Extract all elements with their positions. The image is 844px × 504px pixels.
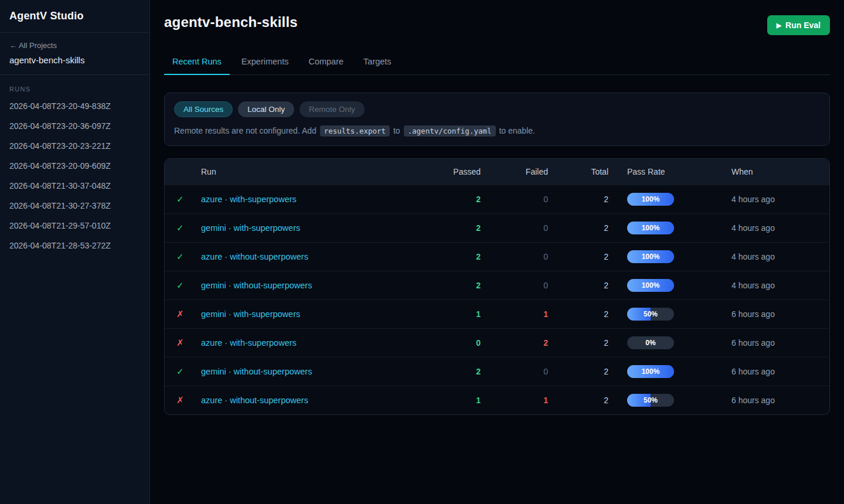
sidebar-header: AgentV Studio bbox=[0, 0, 149, 33]
passed-count: 1 bbox=[404, 309, 481, 319]
page-header: agentv-bench-skills ▶ Run Eval bbox=[164, 14, 830, 35]
run-link[interactable]: gemini · without-superpowers bbox=[201, 367, 312, 376]
failed-count: 0 bbox=[481, 223, 548, 233]
when-cell: 4 hours ago bbox=[731, 223, 829, 233]
when-cell: 4 hours ago bbox=[731, 281, 829, 290]
chip-all-sources[interactable]: All Sources bbox=[174, 101, 233, 117]
note-middle: to bbox=[393, 126, 400, 135]
run-cell: azure · without-superpowers bbox=[201, 395, 404, 406]
total-count: 2 bbox=[548, 195, 608, 204]
source-filters-card: All Sources Local Only Remote Only Remot… bbox=[164, 93, 830, 146]
run-cell: gemini · without-superpowers bbox=[201, 280, 404, 291]
run-link[interactable]: azure · with-superpowers bbox=[201, 338, 297, 348]
status-cell: ✓ bbox=[165, 280, 201, 291]
table-row: ✓ gemini · without-superpowers 2 0 2 100… bbox=[165, 357, 829, 386]
when-cell: 6 hours ago bbox=[731, 309, 829, 319]
run-cell: azure · with-superpowers bbox=[201, 194, 404, 205]
run-link[interactable]: gemini · with-superpowers bbox=[201, 309, 300, 319]
run-link[interactable]: azure · with-superpowers bbox=[201, 195, 297, 204]
when-cell: 6 hours ago bbox=[731, 338, 829, 348]
tab-experiments[interactable]: Experiments bbox=[233, 51, 297, 75]
when-cell: 6 hours ago bbox=[731, 367, 829, 376]
sidebar-project-block: ← All Projects agentv-bench-skills bbox=[0, 33, 149, 75]
failed-count: 2 bbox=[481, 338, 548, 348]
tab-compare[interactable]: Compare bbox=[300, 51, 352, 75]
sidebar-run-item[interactable]: 2026-04-08T21-30-37-048Z bbox=[0, 176, 149, 196]
col-pass-rate: Pass Rate bbox=[608, 167, 731, 176]
back-to-projects-label: All Projects bbox=[19, 41, 57, 50]
table-row: ✓ gemini · with-superpowers 2 0 2 100% 4… bbox=[165, 213, 829, 242]
sidebar-run-item[interactable]: 2026-04-08T21-29-57-010Z bbox=[0, 216, 149, 236]
pass-rate-cell: 100% bbox=[608, 250, 731, 263]
tab-recent-runs[interactable]: Recent Runs bbox=[164, 51, 230, 75]
status-cell: ✓ bbox=[165, 251, 201, 262]
table-row: ✓ gemini · without-superpowers 2 0 2 100… bbox=[165, 271, 829, 299]
table-row: ✓ azure · with-superpowers 2 0 2 100% 4 … bbox=[165, 185, 829, 213]
tab-bar: Recent Runs Experiments Compare Targets bbox=[164, 51, 830, 75]
sidebar-run-item[interactable]: 2026-04-08T23-20-23-221Z bbox=[0, 136, 149, 156]
status-icon: ✗ bbox=[176, 309, 184, 319]
back-to-projects-link[interactable]: ← All Projects bbox=[9, 41, 140, 50]
note-code-config-yaml: .agentv/config.yaml bbox=[404, 125, 496, 137]
run-eval-button[interactable]: ▶ Run Eval bbox=[767, 15, 830, 35]
passed-count: 2 bbox=[404, 195, 481, 204]
failed-count: 0 bbox=[481, 195, 548, 204]
sidebar-run-item[interactable]: 2026-04-08T23-20-49-838Z bbox=[0, 96, 149, 116]
passed-count: 2 bbox=[404, 281, 481, 290]
pass-rate-label: 100% bbox=[642, 224, 660, 232]
sidebar-run-item[interactable]: 2026-04-08T21-28-53-272Z bbox=[0, 236, 149, 256]
sidebar-run-item[interactable]: 2026-04-08T23-20-09-609Z bbox=[0, 156, 149, 176]
pass-rate-cell: 0% bbox=[608, 336, 731, 349]
sidebar-run-item[interactable]: 2026-04-08T23-20-36-097Z bbox=[0, 116, 149, 136]
app-title: AgentV Studio bbox=[9, 10, 140, 22]
status-cell: ✓ bbox=[165, 366, 201, 377]
total-count: 2 bbox=[548, 309, 608, 319]
col-when: When bbox=[731, 167, 829, 176]
when-cell: 6 hours ago bbox=[731, 396, 829, 405]
note-prefix: Remote results are not configured. Add bbox=[174, 126, 316, 135]
pass-rate-pill: 50% bbox=[627, 308, 674, 321]
runs-table: Run Passed Failed Total Pass Rate When ✓… bbox=[164, 158, 830, 415]
pass-rate-cell: 100% bbox=[608, 279, 731, 292]
sidebar-run-list: 2026-04-08T23-20-49-838Z2026-04-08T23-20… bbox=[0, 96, 149, 256]
run-link[interactable]: gemini · without-superpowers bbox=[201, 281, 312, 290]
table-row: ✓ azure · without-superpowers 2 0 2 100%… bbox=[165, 242, 829, 271]
status-icon: ✗ bbox=[176, 338, 184, 348]
note-suffix: to enable. bbox=[499, 126, 535, 135]
pass-rate-cell: 50% bbox=[608, 394, 731, 407]
run-cell: gemini · without-superpowers bbox=[201, 366, 404, 377]
failed-count: 0 bbox=[481, 367, 548, 376]
total-count: 2 bbox=[548, 223, 608, 233]
pass-rate-cell: 100% bbox=[608, 222, 731, 234]
run-link[interactable]: azure · without-superpowers bbox=[201, 252, 308, 261]
status-icon: ✓ bbox=[176, 251, 184, 261]
status-cell: ✓ bbox=[165, 223, 201, 233]
runs-table-body: ✓ azure · with-superpowers 2 0 2 100% 4 … bbox=[165, 185, 829, 414]
status-icon: ✓ bbox=[176, 223, 184, 233]
failed-count: 0 bbox=[481, 281, 548, 290]
col-total: Total bbox=[548, 167, 608, 176]
sidebar-run-item[interactable]: 2026-04-08T21-30-27-378Z bbox=[0, 196, 149, 216]
col-run: Run bbox=[201, 167, 404, 176]
pass-rate-pill: 100% bbox=[627, 193, 674, 206]
passed-count: 2 bbox=[404, 367, 481, 376]
run-cell: azure · without-superpowers bbox=[201, 251, 404, 262]
pass-rate-cell: 100% bbox=[608, 365, 731, 378]
total-count: 2 bbox=[548, 367, 608, 376]
pass-rate-pill: 100% bbox=[627, 222, 674, 234]
run-link[interactable]: gemini · with-superpowers bbox=[201, 223, 300, 233]
when-cell: 4 hours ago bbox=[731, 195, 829, 204]
back-arrow-icon: ← bbox=[9, 41, 17, 50]
chip-local-only[interactable]: Local Only bbox=[238, 101, 294, 117]
col-passed: Passed bbox=[404, 167, 481, 176]
run-link[interactable]: azure · without-superpowers bbox=[201, 396, 308, 405]
tab-targets[interactable]: Targets bbox=[355, 51, 400, 75]
pass-rate-label: 50% bbox=[644, 396, 658, 404]
pass-rate-label: 100% bbox=[642, 195, 660, 203]
pass-rate-pill: 100% bbox=[627, 365, 674, 378]
status-icon: ✓ bbox=[176, 280, 184, 290]
pass-rate-label: 100% bbox=[642, 367, 660, 376]
pass-rate-cell: 100% bbox=[608, 193, 731, 206]
pass-rate-pill: 100% bbox=[627, 279, 674, 292]
run-cell: gemini · with-superpowers bbox=[201, 309, 404, 319]
